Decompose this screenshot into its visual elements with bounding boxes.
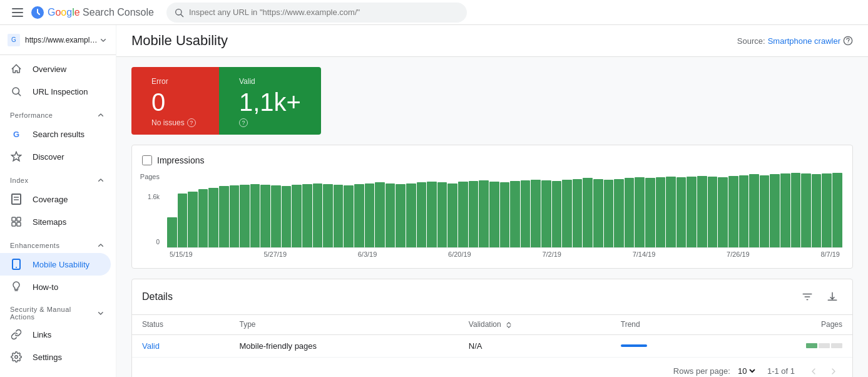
details-table: Status Type Validation Trend	[132, 315, 852, 357]
section-index[interactable]: Index	[0, 170, 116, 188]
sidebar-item-url-inspection[interactable]: URL Inspection	[0, 80, 111, 103]
impressions-checkbox[interactable]	[142, 155, 152, 165]
chart-card: Impressions Pages 1.6k 0 5/15/19 5/27/19	[131, 145, 853, 269]
valid-status-link[interactable]: Valid	[142, 341, 160, 351]
chart-bar	[573, 179, 583, 247]
chevron-down-icon	[98, 35, 108, 45]
valid-sub: ?	[239, 118, 301, 127]
table-header-row: Status Type Validation Trend	[132, 315, 852, 334]
chart-bar	[385, 183, 396, 247]
section-security[interactable]: Security & Manual Actions	[0, 301, 116, 323]
search-bar[interactable]	[166, 3, 467, 23]
sidebar-item-settings[interactable]: Settings	[0, 346, 111, 368]
source-label: Source:	[737, 36, 765, 46]
page-nav	[805, 363, 842, 377]
details-title: Details	[142, 291, 173, 302]
chart-bar	[822, 173, 832, 247]
chart-bar	[500, 182, 510, 247]
lightbulb-icon	[10, 281, 23, 293]
cell-status: Valid	[132, 334, 229, 357]
header-validation[interactable]: Validation	[459, 315, 611, 334]
chart-bar	[167, 217, 177, 247]
sidebar-item-discover[interactable]: Discover	[0, 145, 111, 168]
download-button[interactable]	[822, 287, 842, 307]
chart-bar	[271, 185, 281, 247]
sidebar-item-overview[interactable]: Overview	[0, 58, 111, 80]
grid-icon	[10, 215, 23, 228]
sidebar-item-how-to[interactable]: How-to	[0, 276, 111, 298]
search-input[interactable]	[189, 8, 459, 17]
chart-bar	[645, 178, 655, 247]
chart-bar	[458, 182, 468, 247]
chart-bar	[178, 194, 188, 247]
rows-per-page-label: Rows per page:	[673, 366, 730, 376]
chart-bar	[677, 177, 687, 247]
sidebar-item-mobile-usability[interactable]: Mobile Usability	[0, 253, 111, 276]
chart-bar	[832, 173, 842, 247]
search-icon	[174, 8, 184, 18]
cell-trend	[611, 334, 720, 357]
chart-bar	[344, 185, 354, 247]
valid-value: 1,1k+	[239, 90, 301, 115]
chart-bar	[697, 176, 707, 247]
chart-bar	[375, 182, 385, 247]
header-type: Type	[229, 315, 458, 334]
chart-bar	[791, 173, 801, 247]
chart-bar	[666, 177, 676, 247]
sidebar-item-sitemaps[interactable]: Sitemaps	[0, 210, 111, 233]
header-trend: Trend	[611, 315, 720, 334]
cell-type: Mobile-friendly pages	[229, 334, 458, 357]
main-body: Error 0 No issues ? Valid 1,1k+ ?	[116, 57, 868, 377]
main-content: Mobile Usability Source: Smartphone craw…	[116, 25, 868, 377]
section-enhancements[interactable]: Enhancements	[0, 235, 116, 253]
sidebar-item-coverage[interactable]: Coverage	[0, 188, 111, 210]
chart-bar	[739, 175, 749, 247]
chart-bar	[313, 183, 323, 247]
source-info: Source: Smartphone crawler	[737, 36, 853, 46]
help-icon[interactable]	[843, 36, 853, 46]
error-sub: No issues ?	[151, 118, 199, 127]
chart-x-labels: 5/15/19 5/27/19 6/3/19 6/20/19 7/2/19 7/…	[167, 250, 842, 258]
chart-bar	[708, 177, 718, 247]
table-row: Valid Mobile-friendly pages N/A	[132, 334, 852, 357]
chart-bar	[292, 185, 302, 247]
error-label: Error	[151, 77, 199, 86]
sidebar-item-label: URL Inspection	[33, 87, 88, 96]
chart-bar	[188, 192, 198, 247]
sidebar-item-links[interactable]: Links	[0, 323, 111, 346]
sidebar-item-label: Discover	[33, 152, 64, 162]
chart-bar	[282, 186, 292, 247]
svg-rect-9	[12, 194, 21, 204]
search-icon	[10, 85, 23, 98]
rows-per-page: Rows per page: 10 25 50	[673, 366, 757, 376]
svg-rect-2	[12, 16, 23, 17]
cell-pages	[720, 334, 852, 357]
chart-bar	[760, 175, 770, 247]
section-label: Security & Manual Actions	[10, 306, 96, 321]
topbar: Google Search Console	[0, 0, 868, 25]
chart-bar	[365, 183, 375, 247]
chart-area: Pages 1.6k 0 5/15/19 5/27/19 6/3/19 6/20…	[142, 173, 842, 258]
property-selector[interactable]: G https://www.example.com/ ...	[0, 25, 116, 55]
chart-bar	[417, 182, 427, 247]
rows-per-page-select[interactable]: 10 25 50	[735, 366, 757, 376]
sidebar-item-search-results[interactable]: G Search results	[0, 123, 111, 145]
chart-bar	[469, 181, 479, 247]
cell-validation: N/A	[459, 334, 611, 357]
source-link[interactable]: Smartphone crawler	[768, 36, 840, 46]
next-page-button[interactable]	[825, 363, 842, 377]
chart-bar	[625, 178, 635, 247]
chart-bar	[801, 173, 811, 247]
header-pages: Pages	[720, 315, 852, 334]
section-performance[interactable]: Performance	[0, 105, 116, 123]
chart-bar	[437, 182, 447, 247]
body-wrap: G https://www.example.com/ ... Overview …	[0, 25, 868, 377]
sidebar: G https://www.example.com/ ... Overview …	[0, 25, 116, 377]
chart-bar	[260, 185, 270, 247]
filter-button[interactable]	[797, 287, 817, 307]
chart-bar	[614, 179, 624, 247]
property-name: https://www.example.com/ ...	[25, 36, 98, 44]
y-label-zero: 0	[156, 239, 160, 245]
prev-page-button[interactable]	[805, 363, 822, 377]
menu-icon[interactable]	[5, 0, 30, 25]
